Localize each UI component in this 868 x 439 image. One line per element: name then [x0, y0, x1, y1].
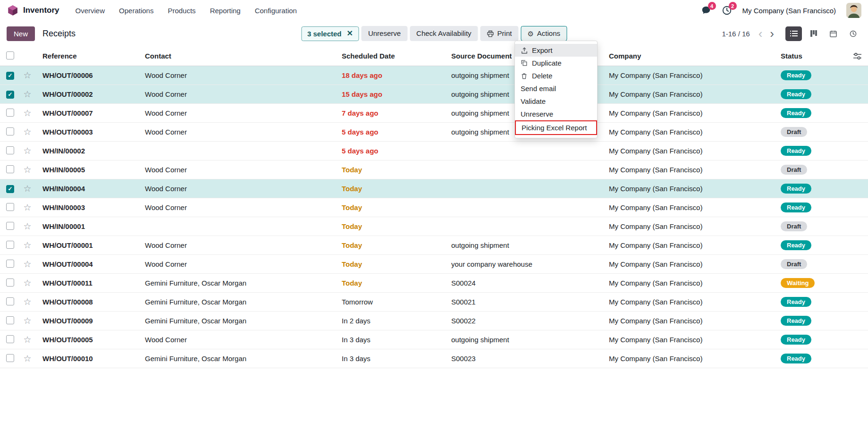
row-checkbox[interactable]: [6, 127, 14, 135]
table-row[interactable]: ☆ WH/IN/00003 Wood Corner Today My Compa…: [0, 198, 868, 217]
table-row[interactable]: ☆ WH/IN/00001 Today My Company (San Fran…: [0, 217, 868, 236]
star-icon[interactable]: ☆: [23, 240, 31, 250]
row-checkbox[interactable]: [6, 260, 14, 268]
control-bar: New Receipts 3 selected ✕ Unreserve Chec…: [0, 21, 868, 46]
column-header-reference[interactable]: Reference: [37, 52, 139, 60]
unreserve-button[interactable]: Unreserve: [362, 26, 407, 42]
select-all-checkbox[interactable]: [6, 51, 14, 59]
actions-button[interactable]: ⚙ Actions: [521, 26, 567, 42]
row-checkbox[interactable]: [6, 146, 14, 154]
user-avatar[interactable]: [846, 3, 861, 18]
reference-cell: WH/OUT/00011: [37, 279, 139, 287]
menu-item-validate[interactable]: Validate: [515, 95, 597, 108]
column-header-company[interactable]: Company: [603, 52, 775, 60]
reference-cell: WH/OUT/00008: [37, 298, 139, 306]
pager-next-icon[interactable]: ›: [766, 27, 778, 40]
star-icon[interactable]: ☆: [23, 354, 31, 363]
app-switcher[interactable]: Inventory: [7, 4, 59, 17]
star-icon[interactable]: ☆: [23, 203, 31, 212]
menu-item-duplicate[interactable]: Duplicate: [515, 57, 597, 69]
table-row[interactable]: ☆ WH/OUT/00004 Wood Corner Today your co…: [0, 255, 868, 274]
row-checkbox[interactable]: [6, 354, 14, 362]
row-checkbox[interactable]: [6, 72, 14, 80]
table-row[interactable]: ☆ WH/OUT/00005 Wood Corner In 3 days out…: [0, 330, 868, 349]
row-checkbox[interactable]: [6, 316, 14, 324]
pager-previous-icon[interactable]: ‹: [755, 27, 767, 40]
reference-cell: WH/OUT/00010: [37, 355, 139, 363]
calendar-view-icon[interactable]: [825, 26, 842, 41]
scheduled-date-cell: Today: [336, 260, 446, 268]
scheduled-date-cell: In 3 days: [336, 336, 446, 344]
reference-cell: WH/OUT/00007: [37, 109, 139, 117]
print-button[interactable]: Print: [480, 26, 519, 42]
star-icon[interactable]: ☆: [23, 316, 31, 326]
star-icon[interactable]: ☆: [23, 146, 31, 156]
table-row[interactable]: ☆ WH/OUT/00009 Gemini Furniture, Oscar M…: [0, 312, 868, 330]
check-availability-button[interactable]: Check Availability: [410, 26, 478, 42]
company-switcher[interactable]: My Company (San Francisco): [742, 7, 836, 15]
table-row[interactable]: ☆ WH/OUT/00006 Wood Corner 18 days ago o…: [0, 66, 868, 85]
kanban-view-icon[interactable]: [805, 26, 822, 41]
row-checkbox[interactable]: [6, 279, 14, 287]
table-row[interactable]: ☆ WH/OUT/00001 Wood Corner Today outgoin…: [0, 236, 868, 255]
star-icon[interactable]: ☆: [23, 221, 31, 231]
nav-item-reporting[interactable]: Reporting: [210, 7, 241, 15]
row-checkbox[interactable]: [6, 185, 14, 193]
list-view-icon[interactable]: [785, 26, 802, 41]
table-row[interactable]: ☆ WH/OUT/00008 Gemini Furniture, Oscar M…: [0, 293, 868, 312]
contact-cell: Gemini Furniture, Oscar Morgan: [139, 317, 336, 325]
row-checkbox[interactable]: [6, 203, 14, 211]
menu-item-delete[interactable]: Delete: [515, 69, 597, 82]
menu-item-export[interactable]: Export: [515, 44, 597, 57]
row-checkbox[interactable]: [6, 91, 14, 99]
scheduled-date-cell: Today: [336, 166, 446, 174]
star-icon[interactable]: ☆: [23, 70, 31, 80]
menu-item-picking-excel-report[interactable]: Picking Excel Report: [515, 120, 597, 135]
table-row[interactable]: ☆ WH/OUT/00002 Wood Corner 15 days ago o…: [0, 85, 868, 104]
nav-item-overview[interactable]: Overview: [76, 7, 105, 15]
trash-icon: [521, 73, 528, 79]
source-document-cell: S00022: [446, 317, 603, 325]
star-icon[interactable]: ☆: [23, 259, 31, 269]
menu-item-unreserve[interactable]: Unreserve: [515, 108, 597, 120]
nav-item-configuration[interactable]: Configuration: [255, 7, 297, 15]
row-checkbox[interactable]: [6, 165, 14, 173]
nav-item-operations[interactable]: Operations: [119, 7, 153, 15]
star-icon[interactable]: ☆: [23, 297, 31, 307]
activity-view-icon[interactable]: [845, 26, 861, 41]
message-count-badge: 4: [708, 2, 716, 10]
star-icon[interactable]: ☆: [23, 184, 31, 194]
column-header-scheduled-date[interactable]: Scheduled Date: [336, 52, 446, 60]
table-row[interactable]: ☆ WH/OUT/00010 Gemini Furniture, Oscar M…: [0, 349, 868, 368]
star-icon[interactable]: ☆: [23, 108, 31, 118]
row-checkbox[interactable]: [6, 222, 14, 230]
row-checkbox[interactable]: [6, 241, 14, 249]
scheduled-date-cell: Today: [336, 241, 446, 249]
row-checkbox[interactable]: [6, 297, 14, 305]
clear-selection-icon[interactable]: ✕: [346, 30, 353, 37]
source-document-cell: S00024: [446, 279, 603, 287]
star-icon[interactable]: ☆: [23, 89, 31, 99]
row-checkbox[interactable]: [6, 109, 14, 117]
messages-button[interactable]: 4: [701, 5, 711, 16]
table-row[interactable]: ☆ WH/OUT/00011 Gemini Furniture, Oscar M…: [0, 274, 868, 293]
table-row[interactable]: ☆ WH/OUT/00007 Wood Corner 7 days ago ou…: [0, 104, 868, 123]
nav-item-products[interactable]: Products: [168, 7, 195, 15]
adjust-columns-icon[interactable]: [853, 52, 861, 59]
star-icon[interactable]: ☆: [23, 278, 31, 288]
row-checkbox[interactable]: [6, 335, 14, 343]
menu-item-send-email[interactable]: Send email: [515, 82, 597, 95]
reference-cell: WH/IN/00002: [37, 147, 139, 155]
table-row[interactable]: ☆ WH/IN/00004 Wood Corner Today My Compa…: [0, 179, 868, 198]
source-document-cell: S00023: [446, 355, 603, 363]
star-icon[interactable]: ☆: [23, 335, 31, 345]
activities-button[interactable]: 2: [722, 5, 732, 16]
column-header-contact[interactable]: Contact: [139, 52, 336, 60]
table-row[interactable]: ☆ WH/IN/00005 Wood Corner Today My Compa…: [0, 160, 868, 179]
star-icon[interactable]: ☆: [23, 165, 31, 175]
table-row[interactable]: ☆ WH/IN/00002 5 days ago My Company (San…: [0, 142, 868, 160]
star-icon[interactable]: ☆: [23, 127, 31, 137]
table-row[interactable]: ☆ WH/OUT/00003 Wood Corner 5 days ago ou…: [0, 123, 868, 142]
new-button[interactable]: New: [7, 26, 35, 41]
status-badge: Ready: [781, 108, 811, 118]
